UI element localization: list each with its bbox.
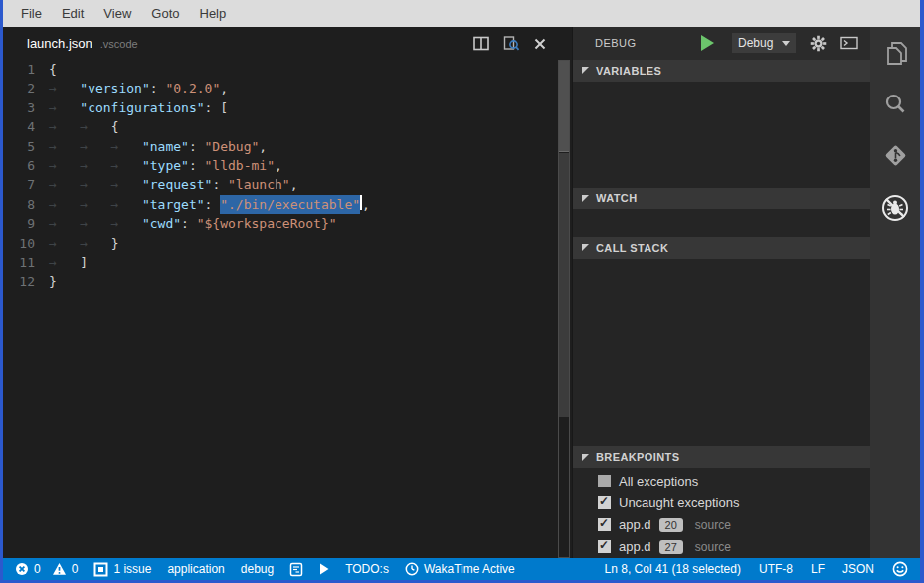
encoding-indicator[interactable]: UTF-8 [759,562,793,576]
issues-icon [93,562,108,577]
checkbox[interactable] [598,540,611,553]
code-line[interactable]: 3→ "configurations": [ [3,98,572,117]
checkbox[interactable] [598,518,611,531]
section-header-variables[interactable]: VARIABLES [573,60,870,82]
code-token: { [49,60,57,79]
menu-help[interactable]: Help [190,0,237,27]
code-token: → → → [49,175,142,194]
eol-indicator[interactable]: LF [811,562,825,576]
checkbox[interactable] [598,475,611,487]
line-number: 11 [3,253,49,272]
explorer-icon[interactable] [882,40,909,67]
call-stack-body [573,259,870,446]
project-label: application [167,562,224,576]
code-token: } [111,234,119,253]
code-line[interactable]: 12} [3,272,572,291]
warning-count: 0 [72,562,79,576]
code-line[interactable]: 8→ → → "target": "./bin/executable", [3,195,572,214]
language-mode-indicator[interactable]: JSON [842,562,874,576]
breakpoint-note: source [695,518,731,532]
breakpoint-row: app.d 20 source [573,514,870,536]
start-debug-button[interactable] [701,35,714,51]
code-token: → [49,79,80,97]
line-number: 6 [3,156,49,175]
code-token: : [150,79,166,97]
code-token: "${workspaceRoot}" [197,214,337,233]
debug-icon[interactable] [881,194,909,222]
editor-scrollbar [558,60,570,558]
eol-label: LF [811,562,825,576]
code-line[interactable]: 6→ → → "type": "lldb-mi", [3,156,572,175]
code-line[interactable]: 7→ → → "request": "launch", [3,175,572,194]
menu-file[interactable]: File [11,0,52,27]
code-line[interactable]: 2→ "version": "0.2.0", [3,79,572,97]
twistie-expanded-icon [581,243,590,252]
code-token: , [259,137,267,156]
tab-title: launch.json [27,27,92,60]
issues-indicator[interactable]: 1 issue [93,562,151,577]
todo-label: TODO:s [345,562,389,576]
note-page-icon[interactable] [289,562,303,577]
watch-body [573,209,870,237]
section-title: VARIABLES [596,65,661,77]
code-token: ] [80,253,88,272]
line-number: 8 [3,195,49,214]
code-token: "configurations" [80,98,204,117]
breakpoint-row: Uncaught exceptions [573,492,870,514]
close-icon[interactable] [534,38,546,50]
code-token: : [ [205,98,228,117]
checkbox[interactable] [598,496,611,509]
section-header-call-stack[interactable]: CALL STACK [573,237,870,259]
git-icon[interactable] [882,142,909,169]
code-line[interactable]: 9→ → → "cwd": "${workspaceRoot}" [3,214,572,233]
menu-goto[interactable]: Goto [141,0,189,27]
line-number-badge: 20 [659,518,683,532]
code-line[interactable]: 11→ ] [3,253,572,272]
code-token: "launch" [228,175,290,194]
line-number: 2 [3,79,49,97]
menu-view[interactable]: View [93,0,141,27]
problems-indicator[interactable]: 0 0 [15,562,78,576]
breakpoint-note: source [695,540,731,554]
code-line[interactable]: 4→ → { [3,117,572,136]
code-line[interactable]: 5→ → → "name": "Debug", [3,137,572,156]
line-number: 9 [3,214,49,233]
code-token: → → → [49,214,142,233]
debug-console-icon[interactable] [840,36,858,50]
line-number: 7 [3,175,49,194]
cursor-position-indicator[interactable]: Ln 8, Col 41 (18 selected) [605,562,741,576]
menu-edit[interactable]: Edit [52,0,93,27]
cursor-position-label: Ln 8, Col 41 (18 selected) [605,562,741,576]
language-label: JSON [842,562,874,576]
build-config-indicator[interactable]: debug [241,562,274,576]
project-indicator[interactable]: application [167,562,224,576]
tab-launch-json[interactable]: launch.json .vscode [3,27,148,60]
feedback-smiley-icon[interactable] [892,561,908,577]
gear-icon[interactable] [810,35,827,52]
section-title: BREAKPOINTS [596,451,679,463]
code-token: : [189,137,205,156]
code-line[interactable]: 1{ [3,60,572,79]
todo-indicator[interactable]: TODO:s [345,562,389,576]
scrollbar-thumb[interactable] [559,61,569,152]
wakatime-indicator[interactable]: WakaTime Active [405,562,515,576]
code-token: "request" [142,175,212,194]
split-editor-icon[interactable] [473,36,489,51]
chevron-down-icon [782,41,790,46]
code-area[interactable]: 1{2→ "version": "0.2.0",3→ "configuratio… [3,60,572,292]
code-token: → → → [49,137,142,156]
preview-icon[interactable] [503,36,520,52]
section-header-breakpoints[interactable]: BREAKPOINTS [573,446,870,468]
breakpoint-label: app.d [619,517,651,532]
run-play-icon[interactable] [319,563,329,575]
debug-config-dropdown[interactable]: Debug [732,33,796,53]
code-line[interactable]: 10→ → } [3,234,572,253]
breakpoint-label: All exceptions [619,474,698,488]
search-icon[interactable] [882,92,908,117]
code-token: , [275,156,282,175]
section-header-watch[interactable]: WATCH [573,188,870,210]
error-count: 0 [34,562,41,576]
variables-body [573,82,870,188]
warning-triangle-icon [52,562,67,576]
vscode-window: File Edit View Goto Help launch.json .vs… [0,0,924,583]
